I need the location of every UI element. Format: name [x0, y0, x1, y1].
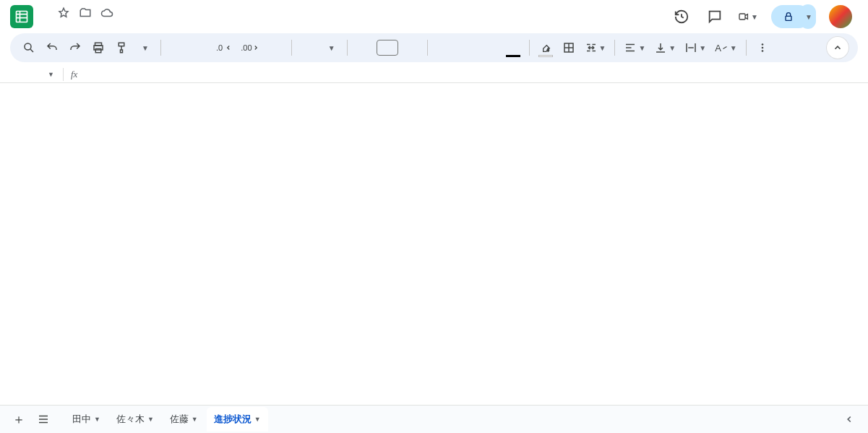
- rotate-button[interactable]: A▼: [712, 37, 740, 59]
- menubar: [40, 20, 155, 27]
- font-size-decrease[interactable]: [353, 37, 374, 59]
- chevron-down-icon[interactable]: ▼: [192, 416, 198, 423]
- borders-button[interactable]: [559, 37, 579, 59]
- decrease-decimal[interactable]: .0: [213, 37, 235, 59]
- menu-file[interactable]: [40, 22, 51, 27]
- chevron-down-icon[interactable]: ▼: [94, 416, 100, 423]
- svg-point-6: [25, 43, 31, 50]
- collapse-toolbar-icon[interactable]: [826, 36, 849, 59]
- print-icon[interactable]: [88, 37, 108, 59]
- cloud-status-icon[interactable]: [100, 6, 114, 20]
- format-currency[interactable]: [167, 37, 187, 59]
- merge-button[interactable]: ▼: [582, 37, 609, 59]
- formula-input[interactable]: [80, 73, 868, 76]
- text-color-button[interactable]: [503, 37, 523, 59]
- menu-help[interactable]: [145, 22, 155, 27]
- menu-view[interactable]: [66, 22, 77, 27]
- svg-rect-5: [786, 16, 791, 20]
- font-size-input[interactable]: [377, 40, 398, 56]
- all-sheets-button[interactable]: [33, 409, 53, 429]
- paint-format-icon[interactable]: [111, 37, 132, 59]
- sheet-tab-佐々木[interactable]: 佐々木▼: [109, 407, 161, 432]
- font-size-increase[interactable]: [401, 37, 421, 59]
- menu-insert[interactable]: [80, 22, 90, 27]
- fx-icon: fx: [68, 69, 80, 80]
- svg-point-13: [761, 50, 763, 52]
- bold-button[interactable]: [434, 37, 454, 59]
- explore-left-icon[interactable]: [839, 408, 859, 430]
- svg-rect-4: [739, 14, 745, 20]
- zoom-select[interactable]: ▼: [134, 37, 155, 59]
- comment-icon[interactable]: [705, 7, 725, 27]
- chevron-down-icon[interactable]: ▼: [254, 416, 261, 423]
- font-select[interactable]: ▼: [298, 37, 341, 59]
- undo-icon[interactable]: [42, 37, 62, 59]
- history-icon[interactable]: [671, 7, 692, 27]
- svg-point-12: [761, 47, 763, 49]
- move-folder-icon[interactable]: [78, 6, 93, 20]
- search-icon[interactable]: [19, 37, 39, 59]
- menu-extensions[interactable]: [132, 22, 142, 27]
- menu-tools[interactable]: [119, 22, 129, 27]
- sheet-tab-佐藤[interactable]: 佐藤▼: [163, 407, 205, 432]
- fill-color-button[interactable]: [536, 37, 556, 59]
- strike-button[interactable]: [480, 37, 500, 59]
- menu-format[interactable]: [93, 22, 103, 27]
- svg-point-11: [761, 43, 763, 46]
- menu-edit[interactable]: [53, 22, 64, 27]
- sheets-logo-icon: [10, 5, 33, 28]
- format-percent[interactable]: [190, 37, 210, 59]
- redo-icon[interactable]: [65, 37, 85, 59]
- star-icon[interactable]: [56, 6, 71, 20]
- chevron-down-icon[interactable]: ▼: [147, 416, 154, 423]
- menu-data[interactable]: [106, 22, 116, 27]
- more-button[interactable]: [752, 37, 773, 59]
- sheet-tab-田中[interactable]: 田中▼: [65, 407, 108, 432]
- avatar[interactable]: [829, 5, 852, 28]
- wrap-button[interactable]: ▼: [682, 37, 709, 59]
- toolbar: ▼ .0 .00 ▼ ▼ ▼ ▼ ▼ A▼: [10, 33, 858, 62]
- meet-icon[interactable]: ▼: [738, 7, 758, 27]
- name-box-dropdown[interactable]: ▼: [43, 71, 59, 78]
- halign-button[interactable]: ▼: [621, 37, 648, 59]
- add-sheet-button[interactable]: ＋: [9, 409, 29, 429]
- increase-decimal[interactable]: .00: [238, 37, 262, 59]
- lock-icon: [783, 11, 794, 22]
- share-dropdown[interactable]: ▼: [800, 4, 816, 29]
- doc-title[interactable]: [40, 12, 49, 14]
- italic-button[interactable]: [457, 37, 477, 59]
- valign-button[interactable]: ▼: [651, 37, 679, 59]
- sheet-tab-進捗状況[interactable]: 進捗状況▼: [207, 407, 268, 432]
- number-format[interactable]: [265, 37, 285, 59]
